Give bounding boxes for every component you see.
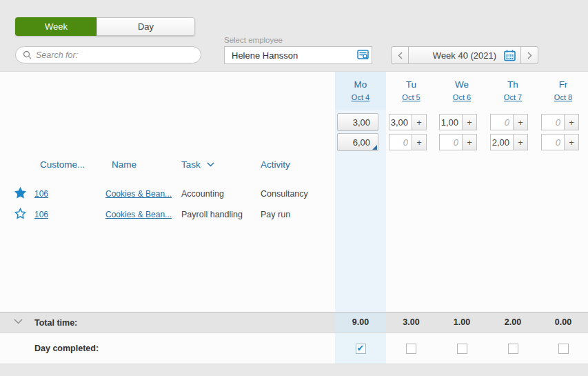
timesheet-screen: Week Day Select employee Week 40 (2021) … (0, 0, 588, 376)
day-header-fr: Fr Oct 8 (538, 72, 588, 110)
column-header-task[interactable]: Task (181, 159, 201, 170)
day-date-link[interactable]: Oct 8 (554, 93, 572, 101)
task-cell: Accounting (181, 189, 224, 199)
hours-input[interactable] (389, 134, 412, 150)
column-header-activity[interactable]: Activity (261, 159, 290, 170)
next-week-button[interactable] (520, 46, 538, 64)
day-header-tu: Tu Oct 5 (386, 72, 436, 110)
add-time-entry-button[interactable]: + (513, 134, 528, 150)
search-icon (23, 50, 32, 59)
day-completed-row: Day completed: (0, 333, 588, 364)
day-completed-checkbox-th[interactable] (508, 344, 518, 354)
day-header-th: Th Oct 7 (487, 72, 538, 110)
week-selector-button[interactable]: Week 40 (2021) (408, 46, 521, 64)
hours-input[interactable] (541, 114, 565, 130)
customer-number-link[interactable]: 106 (34, 189, 48, 199)
employee-lookup-icon (357, 50, 369, 61)
customer-name-link[interactable]: Cookies & Bean... (105, 210, 172, 219)
task-cell: Payroll handling (181, 210, 243, 219)
column-header-name[interactable]: Name (112, 159, 136, 170)
day-date-link[interactable]: Oct 5 (402, 93, 420, 101)
timesheet-table: Custome... Name Task Activity Mo Oct 4 T… (0, 71, 588, 312)
day-completed-checkbox-mo[interactable] (356, 344, 366, 354)
chevron-left-icon (398, 52, 403, 59)
hours-cell-fr: + (541, 134, 579, 150)
hours-input[interactable] (541, 134, 565, 150)
collapse-totals-chevron-icon[interactable] (14, 319, 23, 324)
search-box (15, 46, 201, 63)
calendar-icon (504, 50, 516, 63)
hours-cell-fr: + (541, 114, 579, 130)
add-time-entry-button[interactable]: + (412, 134, 427, 150)
hours-cell-we: + (439, 134, 477, 150)
total-we: 1.00 (436, 313, 487, 333)
favorite-star-icon[interactable] (14, 187, 27, 199)
hours-cell-tu: + (389, 134, 427, 150)
previous-week-button[interactable] (391, 46, 409, 64)
day-toggle-button[interactable]: Day (97, 17, 195, 36)
chevron-right-icon (527, 52, 532, 59)
total-time-label: Total time: (34, 318, 77, 328)
hours-cell-th: + (490, 114, 528, 130)
add-time-entry-button[interactable]: + (462, 134, 477, 150)
activity-cell: Pay run (261, 210, 290, 219)
add-time-entry-button[interactable]: + (513, 114, 528, 130)
task-filter-chevron-icon[interactable] (207, 162, 214, 167)
customer-name-link[interactable]: Cookies & Bean... (105, 189, 172, 199)
employee-lookup-button[interactable] (355, 47, 372, 63)
day-completed-label: Day completed: (34, 344, 99, 353)
day-name: Tu (386, 79, 436, 90)
total-fr: 0.00 (538, 313, 588, 333)
select-employee-label: Select employee (224, 36, 283, 44)
week-toggle-button[interactable]: Week (15, 17, 97, 36)
total-mo: 9.00 (335, 313, 386, 333)
week-navigator: Week 40 (2021) (391, 46, 538, 64)
day-header-mo: Mo Oct 4 (335, 72, 386, 110)
day-date-link[interactable]: Oct 4 (352, 93, 369, 101)
day-name: Fr (538, 79, 588, 90)
day-header-we: We Oct 6 (436, 72, 487, 110)
hours-cell-th: + (490, 134, 528, 150)
employee-field (224, 46, 372, 64)
column-header-customer[interactable]: Custome... (40, 159, 85, 170)
day-name: Mo (335, 79, 386, 90)
add-time-entry-button[interactable]: + (462, 114, 477, 130)
hours-cell-mo (337, 133, 378, 151)
total-th: 2.00 (487, 313, 538, 333)
day-completed-checkbox-tu[interactable] (406, 344, 416, 354)
add-time-entry-button[interactable]: + (412, 114, 427, 130)
add-time-entry-button[interactable]: + (564, 114, 579, 130)
hours-cell-tu: + (389, 114, 427, 130)
total-tu: 3.00 (386, 313, 436, 333)
day-name: We (436, 79, 487, 90)
hours-cell-mo (337, 113, 378, 131)
hours-input[interactable] (337, 133, 378, 151)
day-completed-checkbox-fr[interactable] (558, 344, 569, 354)
day-date-link[interactable]: Oct 7 (504, 93, 522, 101)
search-input[interactable] (36, 50, 194, 60)
activity-cell: Consultancy (261, 189, 308, 199)
day-completed-checkbox-we[interactable] (457, 344, 467, 354)
day-name: Th (487, 79, 538, 90)
hours-input[interactable] (337, 113, 378, 131)
customer-number-link[interactable]: 106 (34, 210, 48, 219)
view-toggle: Week Day (15, 17, 195, 36)
hours-input[interactable] (389, 114, 412, 130)
hours-input[interactable] (439, 114, 463, 130)
employee-input[interactable] (225, 50, 355, 61)
favorite-star-icon[interactable] (14, 208, 27, 220)
total-time-row: Total time: 9.00 3.00 1.00 2.00 0.00 (0, 312, 588, 333)
hours-input[interactable] (490, 114, 514, 130)
add-time-entry-button[interactable]: + (564, 134, 579, 150)
hours-input[interactable] (490, 134, 514, 150)
hours-input[interactable] (439, 134, 463, 150)
hours-cell-we: + (439, 114, 477, 130)
day-date-link[interactable]: Oct 6 (453, 93, 471, 101)
week-label: Week 40 (2021) (433, 50, 496, 61)
